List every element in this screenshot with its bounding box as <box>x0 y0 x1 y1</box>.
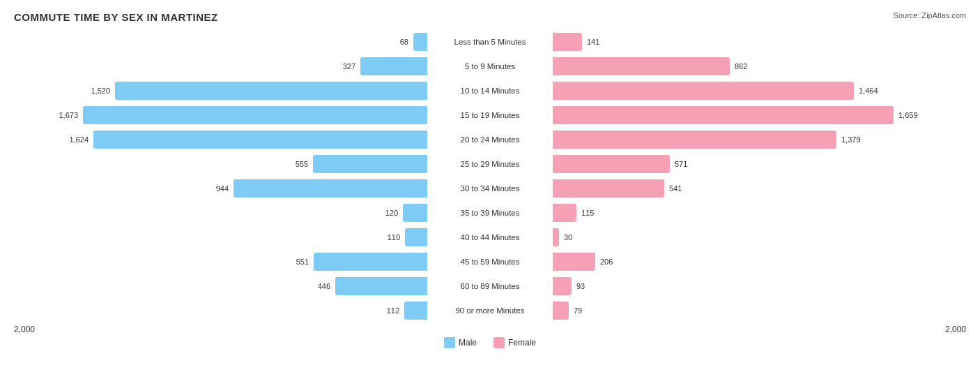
male-value: 1,673 <box>59 111 78 119</box>
bar-row-inner: 551 45 to 59 Minutes 206 <box>14 252 966 271</box>
row-label: 60 to 89 Minutes <box>427 282 553 290</box>
female-bar: 571 <box>553 155 670 173</box>
left-side: 446 <box>14 276 427 296</box>
female-value: 862 <box>735 62 747 70</box>
rows-area: 68 Less than 5 Minutes 141 327 5 to 9 Mi… <box>14 30 966 322</box>
bar-row: 1,520 10 to 14 Minutes 1,464 <box>14 79 966 102</box>
chart-title: COMMUTE TIME BY SEX IN MARTINEZ <box>14 11 966 23</box>
bar-row-inner: 120 35 to 39 Minutes 115 <box>14 203 966 223</box>
right-side: 30 <box>553 228 966 247</box>
bar-row-inner: 327 5 to 9 Minutes 862 <box>14 57 966 76</box>
right-side: 862 <box>553 57 966 76</box>
male-bar: 112 <box>404 301 427 320</box>
bar-row-inner: 944 30 to 34 Minutes 541 <box>14 179 966 198</box>
male-value: 110 <box>388 233 400 241</box>
bar-row: 944 30 to 34 Minutes 541 <box>14 177 966 200</box>
female-bar: 30 <box>553 228 559 246</box>
male-bar: 1,673 <box>83 106 427 124</box>
left-side: 1,520 <box>14 81 427 100</box>
female-bar: 115 <box>553 204 576 222</box>
left-side: 944 <box>14 179 427 198</box>
male-bar: 551 <box>314 253 427 271</box>
bar-row: 1,673 15 to 19 Minutes 1,659 <box>14 103 966 126</box>
legend-male-box <box>444 337 455 348</box>
bar-row-inner: 1,520 10 to 14 Minutes 1,464 <box>14 81 966 100</box>
bar-row: 551 45 to 59 Minutes 206 <box>14 250 966 273</box>
bar-row: 68 Less than 5 Minutes 141 <box>14 30 966 53</box>
right-side: 79 <box>553 301 966 320</box>
left-side: 1,624 <box>14 130 427 149</box>
male-bar: 1,624 <box>93 131 427 149</box>
left-side: 327 <box>14 57 427 76</box>
row-label: 20 to 24 Minutes <box>427 135 553 144</box>
male-value: 1,520 <box>91 87 110 95</box>
right-side: 141 <box>553 32 966 52</box>
bar-row: 555 25 to 29 Minutes 571 <box>14 152 966 175</box>
bar-row: 110 40 to 44 Minutes 30 <box>14 225 966 248</box>
bar-row-inner: 112 90 or more Minutes 79 <box>14 301 966 320</box>
female-bar: 1,464 <box>553 82 854 100</box>
chart-container: COMMUTE TIME BY SEX IN MARTINEZ Source: … <box>0 0 980 365</box>
legend-female-box <box>493 337 505 348</box>
female-value: 30 <box>564 233 572 241</box>
bar-row: 327 5 to 9 Minutes 862 <box>14 54 966 77</box>
male-value: 120 <box>385 209 398 217</box>
row-label: 5 to 9 Minutes <box>427 62 553 70</box>
row-label: 40 to 44 Minutes <box>427 233 553 241</box>
female-bar: 541 <box>553 179 664 198</box>
right-side: 1,659 <box>553 105 966 125</box>
female-bar: 93 <box>553 277 572 295</box>
row-label: 90 or more Minutes <box>427 306 553 315</box>
male-value: 68 <box>400 38 408 46</box>
female-value: 1,379 <box>841 135 861 144</box>
female-bar: 79 <box>553 301 569 320</box>
bar-row-inner: 68 Less than 5 Minutes 141 <box>14 32 966 52</box>
male-bar: 944 <box>233 179 427 198</box>
male-value: 551 <box>296 258 309 266</box>
female-bar: 862 <box>553 57 730 75</box>
male-value: 112 <box>387 306 399 315</box>
male-bar: 68 <box>413 33 427 51</box>
female-bar: 141 <box>553 33 582 51</box>
male-bar: 120 <box>403 204 427 222</box>
bar-row-inner: 446 60 to 89 Minutes 93 <box>14 276 966 296</box>
row-label: 25 to 29 Minutes <box>427 160 553 168</box>
right-side: 541 <box>553 179 966 198</box>
legend-male: Male <box>444 337 477 348</box>
male-bar: 110 <box>405 228 427 246</box>
left-side: 112 <box>14 301 427 320</box>
bar-row-inner: 555 25 to 29 Minutes 571 <box>14 154 966 174</box>
row-label: 45 to 59 Minutes <box>427 258 553 266</box>
male-bar: 555 <box>313 155 427 173</box>
left-side: 68 <box>14 32 427 52</box>
legend-female-label: Female <box>508 338 536 348</box>
male-value: 446 <box>318 282 330 290</box>
x-axis-left: 2,000 <box>14 325 35 334</box>
left-side: 551 <box>14 252 427 271</box>
male-value: 944 <box>216 184 229 193</box>
legend-female: Female <box>493 337 536 348</box>
legend-male-label: Male <box>459 338 477 348</box>
right-side: 206 <box>553 252 966 271</box>
female-bar: 1,659 <box>553 106 894 124</box>
right-side: 115 <box>553 203 966 223</box>
female-value: 571 <box>675 160 687 168</box>
x-axis-right: 2,000 <box>945 325 966 334</box>
female-value: 1,464 <box>859 87 878 95</box>
right-side: 93 <box>553 276 966 296</box>
male-value: 555 <box>296 160 308 168</box>
row-label: 35 to 39 Minutes <box>427 209 553 217</box>
bar-row: 1,624 20 to 24 Minutes 1,379 <box>14 128 966 151</box>
right-side: 1,379 <box>553 130 966 149</box>
source-text: Source: ZipAtlas.com <box>893 11 966 20</box>
row-label: 30 to 34 Minutes <box>427 184 553 193</box>
female-value: 141 <box>587 38 599 46</box>
legend: Male Female <box>14 337 966 348</box>
female-bar: 206 <box>553 253 595 271</box>
male-value: 1,624 <box>69 135 89 144</box>
bar-row: 120 35 to 39 Minutes 115 <box>14 201 966 224</box>
row-label: 15 to 19 Minutes <box>427 111 553 119</box>
female-value: 79 <box>574 306 582 315</box>
bar-row: 112 90 or more Minutes 79 <box>14 299 966 322</box>
female-value: 1,659 <box>898 111 918 119</box>
